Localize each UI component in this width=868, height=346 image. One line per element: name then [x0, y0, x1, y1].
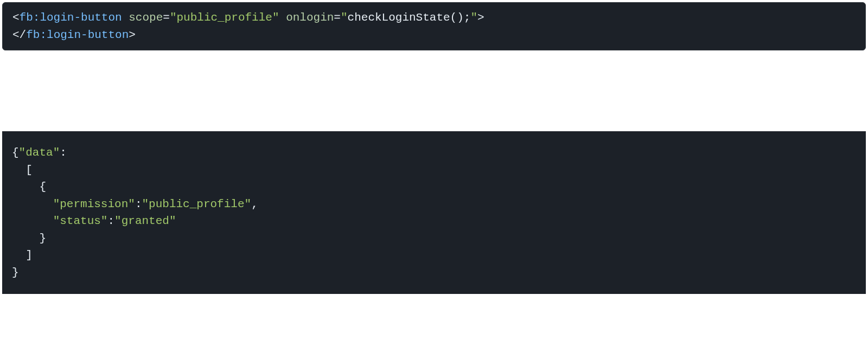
brace-close: }: [12, 266, 19, 279]
punct-eq: =: [163, 11, 170, 24]
quote: ": [142, 198, 149, 210]
punct-lt-slash: </: [12, 29, 26, 41]
json-key: data: [25, 146, 53, 159]
attr-value: checkLoginState();: [348, 11, 471, 24]
tag-name: fb:login-button: [20, 11, 122, 24]
bracket-open: [: [25, 164, 33, 176]
quote: ": [114, 215, 122, 227]
code-line: ]: [12, 249, 33, 261]
brace-close: }: [39, 232, 46, 245]
punct-comma: ,: [251, 198, 258, 210]
code-line: }: [12, 266, 19, 279]
punct-lt: <: [12, 11, 20, 24]
quote: ": [245, 198, 252, 210]
quote: ": [19, 146, 26, 159]
code-line: }: [12, 232, 46, 245]
quote: ": [341, 11, 348, 24]
code-line: {"data":: [12, 146, 67, 159]
quote: ": [272, 11, 279, 24]
json-value: public_profile: [149, 198, 244, 210]
quote: ": [53, 198, 60, 210]
code-block-json: {"data": [ { "permission":"public_profil…: [2, 131, 866, 294]
code-line: {: [12, 181, 46, 193]
code-line: <fb:login-button scope="public_profile" …: [12, 11, 484, 24]
punct-colon: :: [107, 215, 114, 227]
code-line: [: [12, 164, 33, 176]
json-key: permission: [60, 198, 128, 210]
json-key: status: [60, 215, 101, 227]
punct-colon: :: [60, 146, 67, 159]
quote: ": [470, 11, 477, 24]
attr-name: scope: [129, 11, 163, 24]
punct-gt: >: [477, 11, 484, 24]
quote: ": [169, 215, 176, 227]
code-block-html: <fb:login-button scope="public_profile" …: [2, 2, 866, 50]
quote: ": [128, 198, 135, 210]
attr-name: onlogin: [286, 11, 334, 24]
code-line: "status":"granted": [12, 215, 176, 227]
punct-gt: >: [129, 29, 136, 41]
json-value: granted: [122, 215, 169, 227]
code-line: </fb:login-button>: [12, 29, 136, 41]
tag-name: fb:login-button: [26, 29, 129, 41]
quote: ": [53, 215, 60, 227]
brace-open: {: [12, 146, 19, 159]
quote: ": [170, 11, 177, 24]
spacer: [0, 53, 868, 131]
brace-open: {: [39, 181, 46, 193]
quote: ": [101, 215, 108, 227]
attr-value: public_profile: [176, 11, 272, 24]
quote: ": [53, 146, 60, 159]
code-line: "permission":"public_profile",: [12, 198, 258, 210]
bracket-close: ]: [25, 249, 33, 261]
punct-colon: :: [135, 198, 142, 210]
punct-eq: =: [334, 11, 341, 24]
